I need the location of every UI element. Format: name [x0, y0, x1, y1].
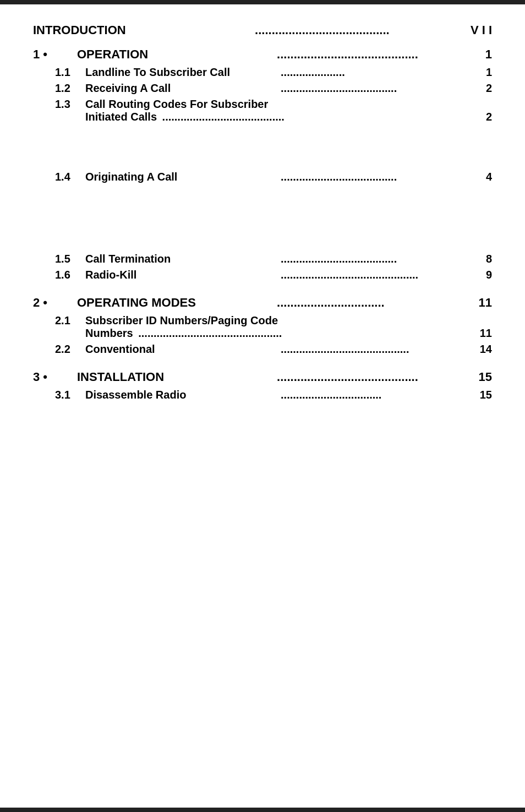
page-container: INTRODUCTION ...........................…	[0, 0, 525, 812]
toc-page-1-5: 8	[470, 253, 492, 265]
toc-page-1-6: 9	[470, 269, 492, 281]
toc-content: INTRODUCTION ...........................…	[0, 21, 525, 808]
toc-number-2-1: 2.1	[55, 314, 85, 327]
toc-dots-1-6: ........................................…	[278, 269, 468, 281]
toc-dots-1-2: ......................................	[278, 82, 468, 95]
top-border-thin	[0, 3, 525, 4]
bottom-spacer	[33, 405, 492, 548]
toc-title-2-1-line1: Subscriber ID Numbers/Paging Code	[85, 314, 492, 327]
toc-title-1-4: Originating A Call	[85, 171, 276, 183]
toc-dots-2-1: ........................................…	[135, 327, 468, 340]
toc-body-2-1: Subscriber ID Numbers/Paging Code Number…	[85, 314, 492, 340]
toc-page-intro: V I I	[470, 23, 492, 37]
toc-number-1-1: 1.1	[55, 66, 85, 79]
toc-page-1: 1	[470, 47, 492, 62]
toc-entry-1-2: 1.2 Receiving A Call ...................…	[33, 82, 492, 95]
bottom-border-thick	[0, 809, 525, 812]
toc-number-1: 1 •	[33, 47, 77, 62]
toc-title-1-3-line2: Initiated Calls	[85, 111, 157, 123]
toc-entry-1-3: 1.3 Call Routing Codes For Subscriber In…	[33, 98, 492, 123]
toc-dots-1-5: ......................................	[278, 253, 468, 265]
toc-number-3: 3 •	[33, 370, 77, 384]
toc-title-2-1-line2-row: Numbers ................................…	[85, 327, 492, 340]
toc-entry-1: 1 • OPERATION ..........................…	[33, 43, 492, 62]
toc-title-2-2: Conventional	[85, 343, 276, 356]
toc-page-1-4: 4	[470, 171, 492, 183]
toc-title-2: OPERATING MODES	[77, 296, 271, 310]
toc-page-3-1: 15	[470, 389, 492, 401]
toc-body-1-3: Call Routing Codes For Subscriber Initia…	[85, 98, 492, 123]
toc-title-intro: INTRODUCTION	[33, 23, 249, 37]
toc-dots-2-2: ........................................…	[278, 343, 468, 356]
toc-title-1: OPERATION	[77, 47, 271, 62]
toc-title-1-3-line1: Call Routing Codes For Subscriber	[85, 98, 492, 111]
toc-entry-1-4: 1.4 Originating A Call .................…	[33, 171, 492, 183]
spacer-3	[33, 285, 492, 291]
toc-number-1-5: 1.5	[55, 253, 85, 265]
toc-number-1-2: 1.2	[55, 82, 85, 95]
toc-number-1-4: 1.4	[55, 171, 85, 183]
toc-page-1-3: 2	[470, 111, 492, 123]
toc-number-1-3: 1.3	[55, 98, 85, 111]
spacer-2	[33, 187, 492, 253]
toc-dots-3-1: .................................	[278, 389, 468, 401]
toc-entry-2-1: 2.1 Subscriber ID Numbers/Paging Code Nu…	[33, 314, 492, 340]
toc-entry-2-2: 2.2 Conventional .......................…	[33, 343, 492, 356]
toc-title-2-1-line2: Numbers	[85, 327, 133, 340]
toc-number-2-2: 2.2	[55, 343, 85, 356]
toc-page-1-2: 2	[470, 82, 492, 95]
toc-title-3-1: Disassemble Radio	[85, 389, 276, 401]
toc-page-3: 15	[470, 370, 492, 384]
toc-entry-1-6: 1.6 Radio-Kill .........................…	[33, 269, 492, 281]
toc-entry-intro: INTRODUCTION ...........................…	[33, 21, 492, 37]
toc-entry-3-1: 3.1 Disassemble Radio ..................…	[33, 389, 492, 401]
toc-entry-1-5: 1.5 Call Termination ...................…	[33, 253, 492, 265]
spacer-1	[33, 127, 492, 171]
toc-page-2: 11	[470, 296, 492, 310]
toc-title-1-6: Radio-Kill	[85, 269, 276, 281]
toc-title-1-5: Call Termination	[85, 253, 276, 265]
toc-page-2-1: 11	[470, 327, 492, 340]
spacer-4	[33, 359, 492, 366]
toc-number-3-1: 3.1	[55, 389, 85, 401]
toc-dots-1: ........................................…	[274, 47, 468, 62]
toc-dots-1-4: ......................................	[278, 171, 468, 183]
toc-dots-1-3: ........................................	[159, 111, 468, 123]
toc-title-1-3-line2-row: Initiated Calls ........................…	[85, 111, 492, 123]
toc-dots-intro: ........................................	[251, 23, 468, 37]
toc-entry-2: 2 • OPERATING MODES ....................…	[33, 291, 492, 310]
toc-page-1-1: 1	[470, 66, 492, 79]
toc-page-2-2: 14	[470, 343, 492, 356]
toc-entry-3: 3 • INSTALLATION .......................…	[33, 366, 492, 384]
toc-number-2: 2 •	[33, 296, 77, 310]
toc-title-1-1: Landline To Subscriber Call	[85, 66, 276, 79]
toc-title-1-2: Receiving A Call	[85, 82, 276, 95]
toc-dots-1-1: .....................	[278, 66, 468, 79]
toc-dots-2: ................................	[274, 296, 468, 310]
toc-dots-3: ........................................…	[274, 370, 468, 384]
toc-number-1-6: 1.6	[55, 269, 85, 281]
toc-entry-1-1: 1.1 Landline To Subscriber Call ........…	[33, 66, 492, 79]
toc-title-3: INSTALLATION	[77, 370, 271, 384]
